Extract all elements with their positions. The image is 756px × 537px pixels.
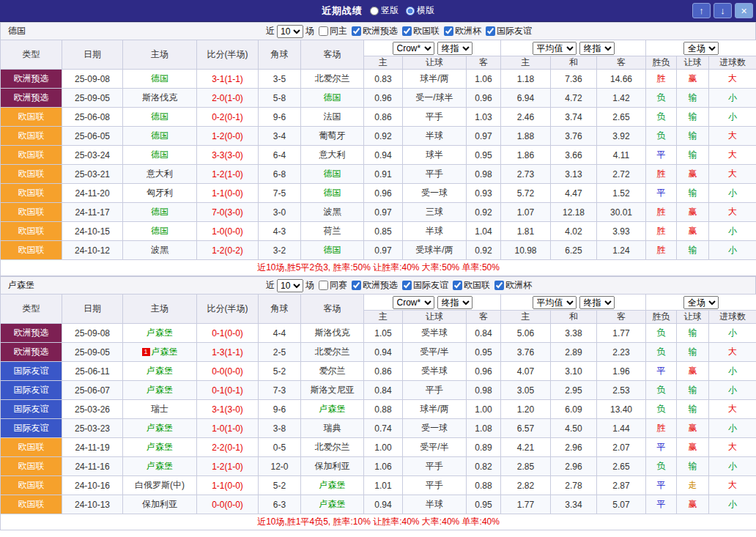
avg-draw: 3.74	[551, 108, 597, 127]
result-winloss: 胜	[646, 165, 677, 184]
league-filter[interactable]: 国际友谊	[402, 279, 448, 292]
avg-away: 1.77	[597, 324, 646, 343]
away-team-name: 德国	[324, 92, 341, 103]
result-goals: 小	[709, 419, 756, 438]
league-filter[interactable]: 欧国联	[453, 279, 490, 292]
result-goals: 大	[709, 127, 756, 146]
average-final-odds-select[interactable]: 终指	[579, 296, 615, 309]
league-filter[interactable]: 欧洲杯	[444, 25, 481, 37]
scroll-down-button[interactable]: ↓	[714, 3, 732, 18]
result-winloss: 负	[646, 89, 677, 108]
home-team: 1卢森堡	[123, 343, 197, 362]
away-team-name: 卢森堡	[319, 404, 346, 414]
bookmaker-select[interactable]: Crow*	[393, 296, 434, 309]
result-goals: 大	[709, 146, 756, 165]
recent-label: 近	[266, 25, 275, 37]
league-filter-checkbox[interactable]	[402, 26, 412, 36]
league-filter[interactable]: 国际友谊	[486, 25, 532, 37]
avg-home: 2.73	[501, 165, 551, 184]
league-filter-checkbox[interactable]	[352, 26, 361, 36]
match-score: 0-0(0-0)	[197, 495, 259, 514]
col-corner: 角球	[259, 295, 301, 324]
match-date: 24-11-16	[62, 457, 123, 476]
league-filter[interactable]: 欧洲预选	[352, 279, 398, 292]
league-filter-label: 欧洲预选	[363, 25, 398, 37]
same-venue-checkbox[interactable]	[319, 281, 328, 290]
average-select[interactable]: 平均值	[533, 42, 577, 55]
match-row: 欧国联25-03-24德国3-3(3-0)6-4意大利0.94球半0.951.8…	[1, 146, 756, 165]
odds-home: 1.00	[364, 438, 403, 457]
away-team: 法国	[301, 108, 364, 127]
league-filter-checkbox[interactable]	[494, 281, 504, 290]
away-team: 意大利	[301, 146, 364, 165]
result-winloss: 平	[646, 438, 677, 457]
home-team: 斯洛伐克	[123, 89, 197, 108]
league-filter-checkbox[interactable]	[453, 281, 462, 290]
away-team: 爱尔兰	[301, 362, 364, 381]
league-filter-checkbox[interactable]	[352, 281, 361, 290]
col-score: 比分(半场)	[197, 40, 259, 70]
league-filter[interactable]: 欧国联	[402, 25, 440, 37]
odds-away: 0.96	[467, 89, 501, 108]
close-button[interactable]: ×	[735, 3, 753, 18]
match-date: 25-06-08	[62, 108, 123, 127]
match-type: 欧国联	[1, 476, 62, 495]
home-team-name: 意大利	[147, 168, 173, 179]
match-count-select[interactable]: 10	[277, 279, 303, 292]
odds-handicap: 受一/球半	[403, 89, 467, 108]
fulltime-select[interactable]: 全场	[683, 296, 719, 309]
same-venue-checkbox[interactable]	[319, 26, 328, 36]
layout-option-horizontal[interactable]: 横版	[406, 4, 434, 17]
match-score: 7-0(3-0)	[197, 203, 259, 222]
vertical-radio[interactable]	[370, 7, 379, 15]
match-score: 1-1(0-0)	[197, 476, 259, 495]
scroll-up-button[interactable]: ↑	[692, 3, 711, 18]
league-filter[interactable]: 欧洲预选	[352, 25, 398, 37]
layout-option-vertical[interactable]: 竖版	[370, 4, 399, 17]
fulltime-select[interactable]: 全场	[683, 42, 719, 55]
corner-score: 3-8	[259, 419, 301, 438]
match-row: 国际友谊25-03-23卢森堡1-0(1-0)3-8瑞典0.74受一球1.086…	[1, 419, 756, 438]
odds-home: 0.94	[364, 495, 403, 514]
result-goals: 小	[709, 457, 756, 476]
average-final-odds-select[interactable]: 终指	[579, 42, 615, 55]
subcol-odds_away: 客	[467, 311, 501, 324]
match-score: 3-1(3-0)	[197, 400, 259, 419]
bookmaker-select[interactable]: Crow*	[393, 42, 434, 55]
home-team-name: 德国	[151, 207, 168, 217]
home-team: 卢森堡	[123, 362, 197, 381]
avg-home: 3.76	[501, 343, 551, 362]
average-select[interactable]: 平均值	[533, 296, 577, 309]
match-type: 欧国联	[1, 438, 62, 457]
result-winloss: 负	[646, 381, 677, 400]
avg-draw: 4.50	[551, 419, 597, 438]
final-odds-select[interactable]: 终指	[437, 296, 472, 309]
odds-away: 1.08	[467, 419, 501, 438]
same-venue-filter[interactable]: 同主	[319, 25, 347, 37]
odds-home: 0.96	[364, 184, 403, 203]
avg-home: 1.81	[501, 222, 551, 241]
league-filter-checkbox[interactable]	[402, 281, 412, 290]
odds-away: 0.95	[467, 146, 501, 165]
subcol-avg_draw: 和	[551, 311, 597, 324]
match-score: 3-1(1-1)	[197, 70, 259, 89]
league-filter-checkbox[interactable]	[444, 26, 453, 36]
avg-away: 3.93	[597, 222, 646, 241]
odds-away: 0.96	[467, 362, 501, 381]
result-goals: 小	[709, 184, 756, 203]
same-venue-filter[interactable]: 同赛	[319, 279, 347, 292]
away-team: 波黑	[301, 203, 364, 222]
result-handicap: 赢	[677, 70, 709, 89]
avg-away: 5.07	[597, 495, 646, 514]
league-filter-checkbox[interactable]	[486, 26, 495, 36]
result-goals: 大	[709, 165, 756, 184]
final-odds-select[interactable]: 终指	[437, 42, 472, 55]
horizontal-radio[interactable]	[406, 7, 415, 15]
match-count-select[interactable]: 10	[277, 25, 303, 38]
match-row: 欧国联24-10-16白俄罗斯(中)1-1(0-0)5-2卢森堡1.01平手0.…	[1, 476, 756, 495]
away-team-name: 卢森堡	[319, 499, 346, 509]
summary-row: 近10场,胜5平2负3, 胜率:50% 让胜率:40% 大率:50% 单率:50…	[1, 260, 756, 276]
match-type: 国际友谊	[1, 381, 62, 400]
league-filter[interactable]: 欧洲杯	[494, 279, 532, 292]
avg-draw: 3.10	[551, 362, 597, 381]
